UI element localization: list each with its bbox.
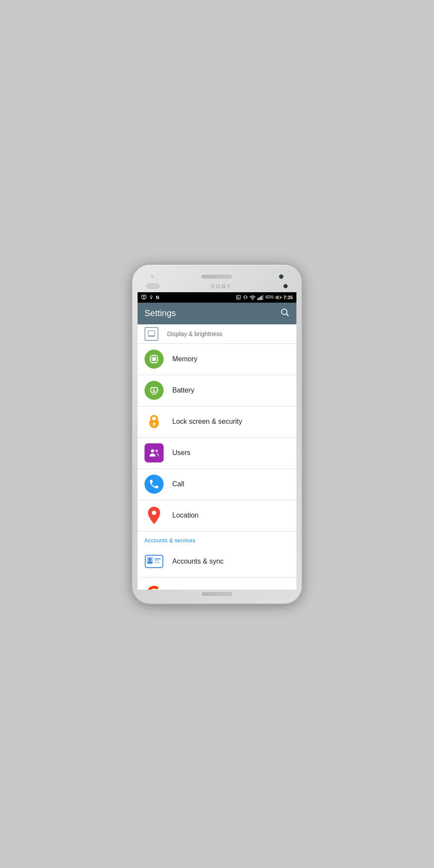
svg-rect-33 (155, 560, 159, 561)
nfc-icon: N (236, 294, 241, 300)
svg-rect-12 (148, 330, 155, 336)
location-icon-container (145, 506, 164, 525)
svg-text:⚡: ⚡ (276, 296, 279, 299)
vibrate-icon (243, 294, 248, 300)
wifi-icon (250, 295, 256, 300)
svg-rect-32 (155, 558, 161, 559)
memory-icon (145, 350, 164, 369)
memory-label: Memory (172, 355, 197, 363)
phone-bottom-area (138, 592, 296, 596)
app-bar-title: Settings (145, 308, 176, 318)
front-camera-sensor (279, 274, 283, 279)
settings-item-memory[interactable]: Memory (138, 344, 296, 375)
settings-item-partial[interactable]: Display & brightness (138, 324, 296, 344)
status-time: 7:35 (283, 295, 293, 300)
status-icons-left: N (141, 294, 159, 300)
accounts-sync-icon-container (145, 552, 164, 571)
users-label: Users (172, 449, 191, 457)
users-icon (145, 443, 164, 462)
call-label: Call (172, 480, 184, 488)
top-dot-left (151, 275, 154, 278)
upload-icon (141, 294, 147, 300)
signal-icon (257, 295, 263, 300)
status-icons-right: N (236, 294, 293, 300)
bulb-icon (149, 294, 154, 300)
bottom-speaker-grille (202, 592, 232, 596)
svg-text:N: N (237, 296, 239, 299)
search-button[interactable] (280, 307, 289, 319)
settings-item-call[interactable]: Call (138, 469, 296, 500)
svg-rect-34 (155, 562, 160, 563)
settings-item-battery[interactable]: Battery (138, 375, 296, 406)
svg-point-26 (151, 449, 154, 452)
speaker-grille (201, 275, 232, 278)
battery-percent-text: 40% (265, 295, 274, 300)
settings-item-google[interactable]: Google (138, 578, 296, 590)
section-header-accounts: Accounts & services (138, 531, 296, 546)
phone-device: SONY (132, 265, 302, 604)
svg-rect-5 (244, 296, 247, 299)
settings-item-lock-screen[interactable]: Lock screen & security (138, 406, 296, 438)
settings-item-users[interactable]: Users (138, 438, 296, 469)
n-icon: N (156, 295, 159, 300)
settings-item-accounts-sync[interactable]: Accounts & sync (138, 546, 296, 578)
svg-rect-14 (152, 357, 156, 361)
svg-point-27 (155, 449, 158, 452)
svg-rect-16 (158, 389, 158, 391)
sony-branding-area: SONY (138, 282, 296, 290)
phone-screen: N N (138, 292, 296, 590)
accounts-sync-label: Accounts & sync (172, 558, 224, 565)
settings-list: Display & brightness Memory (138, 324, 296, 590)
google-icon-container (145, 583, 164, 590)
sony-brand-text: SONY (211, 283, 232, 290)
svg-point-2 (150, 296, 152, 298)
svg-rect-1 (143, 299, 145, 299)
svg-rect-8 (280, 297, 281, 298)
call-icon (145, 475, 164, 494)
sony-pill-left (146, 284, 159, 289)
svg-point-31 (148, 558, 151, 561)
status-bar: N N (138, 292, 296, 303)
lock-icon-container (145, 412, 164, 431)
svg-point-28 (152, 511, 156, 515)
battery-settings-icon (145, 381, 164, 400)
app-bar: Settings (138, 303, 296, 324)
svg-point-6 (252, 299, 253, 300)
battery-label: Battery (172, 386, 194, 394)
svg-point-23 (152, 417, 156, 420)
google-label: Google (172, 589, 195, 590)
svg-rect-25 (154, 424, 155, 426)
partial-item-label: Display & brightness (167, 330, 223, 337)
location-label: Location (172, 512, 199, 519)
lock-screen-label: Lock screen & security (172, 418, 242, 426)
front-camera (283, 284, 288, 288)
battery-icon: ⚡ (276, 295, 282, 300)
phone-top-bar (138, 273, 296, 281)
settings-item-location[interactable]: Location (138, 500, 296, 531)
partial-item-icon (145, 327, 158, 341)
